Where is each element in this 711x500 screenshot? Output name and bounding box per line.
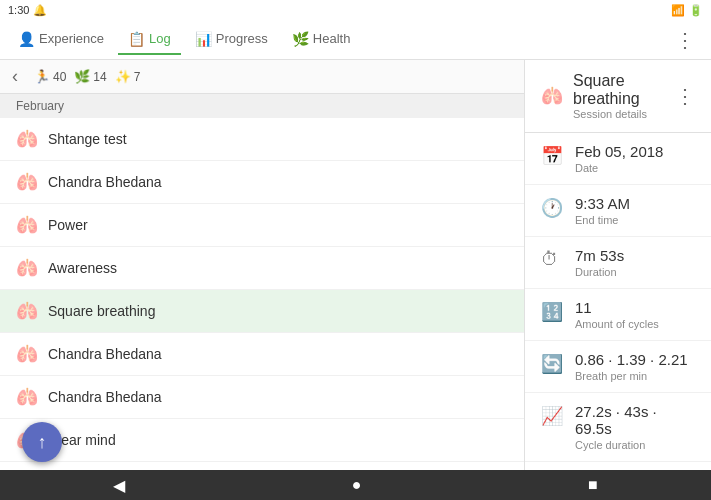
log-item-selected[interactable]: 🫁 Square breathing (0, 290, 524, 333)
log-list-panel: ‹ 🏃 40 🌿 14 ✨ 7 February 🫁 Shtange test … (0, 60, 525, 500)
cycle-duration-content: 27.2s · 43s · 69.5s Cycle duration (575, 403, 695, 451)
endtime-value: 9:33 AM (575, 195, 695, 212)
session-icon: 🫁 (16, 214, 38, 236)
detail-title-group: Square breathing Session details (573, 72, 675, 120)
date-value: Feb 05, 2018 (575, 143, 695, 160)
log-item[interactable]: 🫁 Chandra Bhedana (0, 161, 524, 204)
status-bar: 1:30 🔔 📶 🔋 (0, 0, 711, 20)
session-icon: 🫁 (16, 128, 38, 150)
detail-session-icon: 🫁 (541, 85, 563, 107)
status-left: 1:30 🔔 (8, 4, 47, 17)
duration-content: 7m 53s Duration (575, 247, 695, 278)
session-name: Chandra Bhedana (48, 346, 162, 362)
detail-row-duration: ⏱ 7m 53s Duration (525, 237, 711, 289)
detail-header: 🫁 Square breathing Session details ⋮ (525, 60, 711, 133)
tab-health[interactable]: 🌿 Health (282, 25, 361, 55)
log-item[interactable]: 🫁 Power (0, 204, 524, 247)
cycle-duration-label: Cycle duration (575, 439, 695, 451)
bottom-navigation-bar: ◀ ● ■ (0, 470, 711, 500)
timer-icon: ⏱ (541, 249, 563, 270)
status-time: 1:30 (8, 4, 29, 16)
nav-bar: 👤 Experience 📋 Log 📊 Progress 🌿 Health ⋮ (0, 20, 711, 60)
tab-experience-label: Experience (39, 31, 104, 46)
month-header-february: February (0, 94, 524, 118)
status-right: 📶 🔋 (671, 4, 703, 17)
status-notification-icon: 🔔 (33, 4, 47, 17)
detail-session-subtitle: Session details (573, 108, 675, 120)
health-icon: 🌿 (292, 31, 309, 47)
nav-more-button[interactable]: ⋮ (667, 24, 703, 56)
system-back-button[interactable]: ◀ (113, 476, 125, 495)
session-icon: 🫁 (16, 171, 38, 193)
bpm-icon: 🔄 (541, 353, 563, 375)
stat-other: ✨ 7 (115, 69, 141, 84)
other-icon: ✨ (115, 69, 131, 84)
log-item[interactable]: 🫁 Chandra Bhedana (0, 333, 524, 376)
session-name: Shtange test (48, 131, 127, 147)
session-icon: 🫁 (16, 257, 38, 279)
breaths-count: 14 (93, 70, 106, 84)
log-subheader: ‹ 🏃 40 🌿 14 ✨ 7 (0, 60, 524, 94)
back-button[interactable]: ‹ (12, 66, 18, 87)
battery-icon: 🔋 (689, 4, 703, 17)
detail-row-bpm: 🔄 0.86 · 1.39 · 2.21 Breath per min (525, 341, 711, 393)
cycles-icon: 🔢 (541, 301, 563, 323)
stat-breaths: 🌿 14 (74, 69, 106, 84)
log-item[interactable]: 🫁 Shtange test (0, 118, 524, 161)
session-name: Awareness (48, 260, 117, 276)
stat-sessions: 🏃 40 (34, 69, 66, 84)
tab-progress-label: Progress (216, 31, 268, 46)
sessions-count: 40 (53, 70, 66, 84)
progress-icon: 📊 (195, 31, 212, 47)
log-icon: 📋 (128, 31, 145, 47)
tab-health-label: Health (313, 31, 351, 46)
signal-icon: 📶 (671, 4, 685, 17)
bpm-label: Breath per min (575, 370, 695, 382)
detail-row-date: 📅 Feb 05, 2018 Date (525, 133, 711, 185)
cycle-duration-value: 27.2s · 43s · 69.5s (575, 403, 695, 437)
date-content: Feb 05, 2018 Date (575, 143, 695, 174)
main-content: ‹ 🏃 40 🌿 14 ✨ 7 February 🫁 Shtange test … (0, 60, 711, 500)
share-icon: ↑ (38, 432, 47, 453)
session-name: Power (48, 217, 88, 233)
tab-log[interactable]: 📋 Log (118, 25, 181, 55)
experience-icon: 👤 (18, 31, 35, 47)
cycles-label: Amount of cycles (575, 318, 695, 330)
cycles-value: 11 (575, 299, 695, 316)
date-label: Date (575, 162, 695, 174)
session-detail-panel: 🫁 Square breathing Session details ⋮ 📅 F… (525, 60, 711, 500)
endtime-content: 9:33 AM End time (575, 195, 695, 226)
system-home-button[interactable]: ● (352, 476, 362, 494)
session-name: Square breathing (48, 303, 155, 319)
log-item[interactable]: 🫁 Awareness (0, 247, 524, 290)
tab-progress[interactable]: 📊 Progress (185, 25, 278, 55)
session-icon: 🫁 (16, 386, 38, 408)
cycle-duration-icon: 📈 (541, 405, 563, 427)
detail-more-button[interactable]: ⋮ (675, 84, 695, 108)
detail-row-endtime: 🕐 9:33 AM End time (525, 185, 711, 237)
session-name: Chandra Bhedana (48, 174, 162, 190)
sessions-icon: 🏃 (34, 69, 50, 84)
duration-label: Duration (575, 266, 695, 278)
bpm-content: 0.86 · 1.39 · 2.21 Breath per min (575, 351, 695, 382)
clock-icon: 🕐 (541, 197, 563, 219)
bpm-value: 0.86 · 1.39 · 2.21 (575, 351, 695, 368)
detail-row-cycle-duration: 📈 27.2s · 43s · 69.5s Cycle duration (525, 393, 711, 462)
tab-experience[interactable]: 👤 Experience (8, 25, 114, 55)
session-icon: 🫁 (16, 300, 38, 322)
duration-value: 7m 53s (575, 247, 695, 264)
session-name: Chandra Bhedana (48, 389, 162, 405)
breaths-icon: 🌿 (74, 69, 90, 84)
log-item[interactable]: 🫁 Chandra Bhedana (0, 376, 524, 419)
session-icon: 🫁 (16, 343, 38, 365)
detail-row-cycles: 🔢 11 Amount of cycles (525, 289, 711, 341)
detail-session-title: Square breathing (573, 72, 675, 108)
tab-log-label: Log (149, 31, 171, 46)
system-recents-button[interactable]: ■ (588, 476, 598, 494)
cycles-content: 11 Amount of cycles (575, 299, 695, 330)
calendar-icon: 📅 (541, 145, 563, 167)
endtime-label: End time (575, 214, 695, 226)
other-count: 7 (134, 70, 141, 84)
share-fab[interactable]: ↑ (22, 422, 62, 462)
log-item[interactable]: 🫁 Clear mind (0, 419, 524, 462)
